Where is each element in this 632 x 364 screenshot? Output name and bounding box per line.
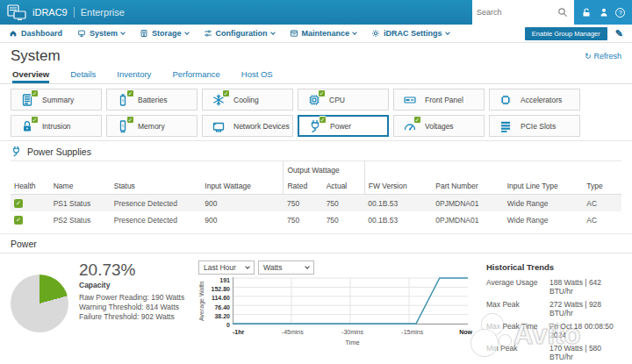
chevron-down-icon — [270, 30, 276, 35]
chevron-down-icon — [184, 30, 190, 35]
pencil-icon[interactable]: ✎ — [615, 28, 623, 39]
home-icon — [9, 29, 18, 38]
search-icon[interactable] — [557, 7, 568, 18]
tile-batteries[interactable]: ✓ Batteries — [106, 89, 198, 111]
nav-idrac-settings[interactable]: iDRAC Settings — [371, 29, 449, 38]
chevron-down-icon — [352, 30, 357, 35]
table-row-ps2[interactable]: ✓ PS2 Status Presence Detected 900 750 7… — [11, 211, 621, 228]
unit-select[interactable]: Watts — [258, 261, 314, 275]
nav-storage[interactable]: Storage — [140, 29, 189, 38]
tile-network-devices[interactable]: ✓ Network Devices — [202, 115, 293, 137]
health-ok-icon: ✓ — [14, 216, 23, 225]
chevron-down-icon — [305, 264, 310, 269]
storage-icon — [140, 29, 148, 38]
unlock-icon[interactable] — [581, 7, 592, 18]
tile-intrusion[interactable]: ✓ Intrusion — [11, 115, 102, 137]
hist-max-peak-time: Max Peak TimeFri Oct 18 00:08:50 2024 — [486, 322, 621, 339]
health-ok-icon: ✓ — [31, 89, 39, 97]
chevron-down-icon — [120, 30, 126, 35]
table-row-ps1[interactable]: ✓ PS1 Status Presence Detected 900 750 7… — [11, 195, 621, 212]
search-box[interactable] — [472, 0, 574, 25]
health-ok-icon: ✓ — [413, 116, 421, 124]
tile-cpu[interactable]: ✓ CPU — [298, 89, 389, 111]
top-icon-group: ? — [574, 0, 632, 25]
health-ok-icon: ✓ — [222, 89, 230, 97]
chevron-down-icon — [445, 30, 450, 35]
chevron-down-icon — [245, 264, 250, 269]
x-axis-label: Time — [233, 339, 472, 346]
tile-power[interactable]: ✓ Power — [298, 115, 389, 137]
front-panel-icon — [403, 93, 417, 107]
capacity-pie-chart — [11, 275, 68, 332]
search-input[interactable] — [477, 8, 557, 17]
health-ok-icon: ✓ — [319, 116, 327, 124]
time-range-select[interactable]: Last Hour — [198, 261, 255, 275]
tile-cooling[interactable]: ✓ Cooling — [202, 89, 293, 111]
tab-overview[interactable]: Overview — [12, 66, 49, 83]
warning-threshold: Warning Threshold: 814 Watts — [79, 303, 188, 312]
col-input-line-type: Input Line Type — [504, 178, 584, 195]
user-icon[interactable] — [599, 7, 609, 18]
trend-line-plot — [233, 277, 468, 325]
col-rated: Rated — [284, 178, 323, 195]
tab-host-os[interactable]: Host OS — [241, 66, 273, 83]
nav-configuration[interactable]: Configuration — [204, 29, 275, 38]
nav-dashboard[interactable]: Dashboard — [9, 29, 62, 38]
plug-icon — [11, 146, 22, 157]
capacity-percent: 20.73% — [79, 261, 188, 280]
tile-accelerators[interactable]: ✓ Accelerators — [489, 89, 580, 111]
main-nav: Dashboard System Storage Configuration M… — [0, 25, 632, 43]
brand-edition: Enterprise — [81, 7, 125, 18]
output-wattage-group-header: Output Wattage — [284, 161, 364, 179]
tile-front-panel[interactable]: ✓ Front Panel — [393, 89, 485, 111]
system-icon — [77, 29, 86, 38]
accelerator-icon — [499, 93, 513, 107]
tile-voltages[interactable]: ✓ Voltages — [393, 115, 485, 137]
col-health: Health — [11, 178, 50, 195]
tile-summary[interactable]: ✓ Summary — [11, 89, 102, 111]
health-ok-icon: ✓ — [126, 89, 134, 97]
tab-details[interactable]: Details — [70, 66, 96, 83]
tab-inventory[interactable]: Inventory — [117, 66, 151, 83]
health-ok-icon: ✓ — [126, 116, 134, 124]
health-ok-icon: ✓ — [318, 89, 326, 97]
health-ok-icon: ✓ — [31, 116, 39, 124]
power-supplies-section-header: Power Supplies — [0, 140, 632, 161]
nav-maintenance[interactable]: Maintenance — [290, 29, 357, 38]
x-axis-ticks: -1hr -45mins -30mins -15mins Now — [233, 328, 472, 336]
pcie-icon — [499, 119, 513, 133]
page-title: System — [11, 47, 61, 65]
col-actual: Actual — [323, 178, 365, 195]
help-icon[interactable]: ? — [615, 8, 625, 18]
hist-min-peak: Min Peak170 Watts | 580 BTU/hr — [486, 344, 621, 361]
idrac-window: iDRAC9 Enterprise ? Dashb — [0, 0, 632, 364]
col-input-wattage: Input Wattage — [201, 178, 284, 195]
y-axis-label: Average Watts — [198, 277, 205, 325]
idrac-logo-icon — [7, 4, 26, 20]
tab-performance[interactable]: Performance — [172, 66, 219, 83]
network-icon — [212, 119, 226, 133]
enable-group-manager-button[interactable]: Enable Group Manager — [525, 27, 607, 40]
capacity-caption: Capacity — [79, 281, 188, 289]
refresh-link[interactable]: ↻Refresh — [585, 52, 621, 61]
power-supplies-table: Output Wattage Health Name Status Input … — [11, 161, 621, 228]
col-type: Type — [583, 178, 621, 195]
y-axis-ticks: 191 152.80 114.60 76.40 38.20 0 — [207, 277, 230, 328]
top-bar: iDRAC9 Enterprise ? — [0, 0, 632, 25]
tile-memory[interactable]: ✓ Memory — [106, 115, 198, 137]
subsystem-tile-grid: ✓ Summary ✓ Batteries ✓ Cooling ✓ CPU ✓ … — [0, 84, 632, 140]
failure-threshold: Failure Threshold: 902 Watts — [79, 312, 188, 322]
col-part-number: Part Number — [432, 178, 503, 195]
refresh-icon: ↻ — [585, 52, 592, 61]
tile-pcie-slots[interactable]: ✓ PCIe Slots — [489, 115, 580, 137]
power-section-header: Power — [0, 233, 632, 253]
col-name: Name — [50, 178, 111, 195]
brand-name: iDRAC9 — [32, 7, 68, 18]
system-tabs: Overview Details Inventory Performance H… — [0, 66, 632, 84]
col-fw-version: FW Version — [364, 178, 432, 195]
configuration-icon — [204, 29, 212, 38]
hist-max-peak: Max Peak272 Watts | 928 BTU/hr — [486, 300, 621, 318]
nav-system[interactable]: System — [77, 29, 125, 38]
raw-power-reading: Raw Power Reading: 190 Watts — [79, 293, 188, 303]
historical-trends: Historical Trends Average Usage188 Watts… — [483, 261, 621, 364]
